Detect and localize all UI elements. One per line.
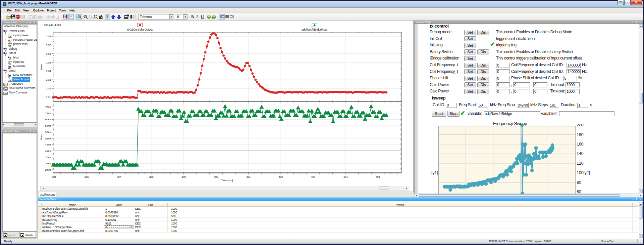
svg-text:399.249, 4.026: 399.249, 4.026 [44, 24, 61, 27]
svg-text:0.05: 0.05 [46, 61, 51, 64]
svg-text:6.5m: 6.5m [45, 118, 51, 121]
svg-text:180: 180 [577, 132, 583, 137]
svg-text:160: 160 [577, 141, 583, 147]
svg-text:2.5m: 2.5m [45, 168, 51, 171]
svg-text:STOP: STOP [16, 16, 20, 18]
svg-text:[y1]: [y1] [431, 170, 438, 175]
svg-text:401: 401 [246, 175, 251, 178]
svg-text:adcRaw.frIBridgeRaw: adcRaw.frIBridgeRaw [302, 28, 327, 31]
svg-text:100[y2]: 100[y2] [577, 170, 590, 175]
svg-text:397: 397 [117, 175, 121, 178]
svg-text:b: b [212, 17, 213, 19]
svg-text:7.5m: 7.5m [45, 106, 51, 109]
svg-text:7.0m: 7.0m [45, 112, 51, 115]
svg-text:0.04: 0.04 [46, 70, 51, 73]
svg-text:5.5m: 5.5m [45, 131, 51, 134]
svg-text:402: 402 [279, 175, 283, 178]
svg-text:0.06: 0.06 [46, 52, 51, 55]
svg-text:140: 140 [577, 151, 583, 156]
svg-text:mf16ControllerOutput: mf16ControllerOutput [127, 28, 153, 31]
svg-text:399: 399 [181, 175, 186, 178]
svg-text:400: 400 [214, 175, 218, 178]
svg-text:396: 396 [85, 175, 89, 178]
svg-text:403: 403 [311, 175, 315, 178]
svg-text:IAxis: IAxis [40, 64, 43, 70]
svg-text:398: 398 [149, 175, 154, 178]
svg-text:Time [sec]: Time [sec] [221, 179, 233, 182]
svg-text:0.07: 0.07 [46, 44, 51, 47]
svg-text:395: 395 [52, 175, 56, 178]
svg-text:0.03: 0.03 [46, 78, 51, 81]
svg-text:4.0m: 4.0m [45, 150, 51, 153]
svg-text:6.0m: 6.0m [45, 124, 51, 127]
svg-text:0.01: 0.01 [46, 96, 51, 99]
svg-text:80: 80 [577, 180, 581, 185]
svg-text:200: 200 [577, 124, 583, 127]
svg-text:120: 120 [577, 161, 583, 166]
svg-text:3.0m: 3.0m [45, 162, 51, 165]
svg-text:405: 405 [376, 175, 380, 178]
svg-text:5.0m: 5.0m [45, 137, 51, 140]
svg-text:0.02: 0.02 [46, 87, 51, 90]
svg-text:404: 404 [343, 175, 348, 178]
svg-text:4.5m: 4.5m [45, 143, 51, 146]
svg-text:3.5m: 3.5m [45, 156, 51, 159]
svg-text:IAxis: IAxis [40, 134, 43, 140]
svg-text:0.08: 0.08 [46, 35, 51, 38]
svg-text:?: ? [132, 15, 135, 19]
